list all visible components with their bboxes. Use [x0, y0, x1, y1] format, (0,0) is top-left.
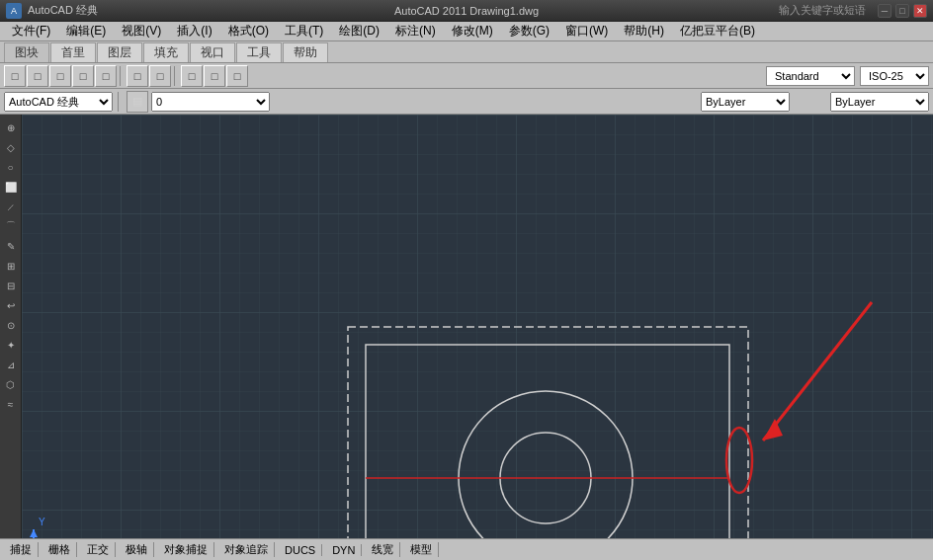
status-item[interactable]: DUCS — [279, 544, 322, 556]
menu-item[interactable]: 文件(F) — [4, 21, 58, 41]
layer-manager-button[interactable]: ▤ — [127, 91, 148, 113]
toolbar-layer: AutoCAD 经典▤0ByLayerByLayer — [0, 89, 933, 115]
toolbar-btn[interactable]: □ — [149, 65, 171, 87]
menu-item[interactable]: 帮助(H) — [616, 21, 672, 41]
toolbar-btn[interactable]: □ — [4, 65, 26, 87]
drawing-elements: Y X A — [22, 115, 933, 538]
close-button[interactable]: ✕ — [913, 4, 927, 18]
maximize-button[interactable]: □ — [895, 4, 909, 18]
svg-marker-4 — [30, 529, 38, 537]
toolbar-btn[interactable]: □ — [49, 65, 71, 87]
menu-item[interactable]: 格式(O) — [220, 21, 277, 41]
workspace-select[interactable]: AutoCAD 经典 — [4, 92, 113, 112]
color-select[interactable]: ByLayer — [701, 92, 790, 112]
title-right: 输入关键字或短语 ─ □ ✕ — [779, 3, 927, 18]
tab-item[interactable]: 填充 — [143, 42, 189, 62]
left-toolbar-btn[interactable]: ○ — [2, 158, 20, 176]
toolbar-tabs-row: 图块首里图层填充视口工具帮助 — [0, 41, 933, 63]
status-item[interactable]: 正交 — [81, 542, 116, 557]
left-toolbar-btn[interactable]: ✎ — [2, 237, 20, 255]
left-toolbar-btn[interactable]: ⌒ — [2, 217, 20, 235]
left-toolbar-btn[interactable]: ↩ — [2, 296, 20, 314]
left-toolbar-btn[interactable]: ⟋ — [2, 198, 20, 215]
left-toolbar-btn[interactable]: ◇ — [2, 138, 20, 156]
tab-item[interactable]: 图块 — [4, 42, 49, 62]
left-toolbar-btn[interactable]: ⬜ — [2, 178, 20, 196]
status-item[interactable]: 线宽 — [366, 542, 400, 557]
status-item[interactable]: 对象追踪 — [218, 542, 275, 557]
toolbar-btn[interactable]: □ — [127, 65, 148, 87]
toolbar-btn[interactable]: □ — [181, 65, 203, 87]
title-left: A AutoCAD 经典 — [6, 3, 98, 19]
left-toolbar-btn[interactable]: ✦ — [2, 336, 20, 354]
canvas-area[interactable]: Y X A — [22, 115, 933, 538]
menu-item[interactable]: 视图(V) — [114, 21, 169, 41]
svg-text:Y: Y — [39, 517, 45, 527]
menu-item[interactable]: 工具(T) — [277, 21, 331, 41]
menu-item[interactable]: 标注(N) — [387, 21, 444, 41]
left-toolbar: ⊕◇○⬜⟋⌒✎⊞⊟↩⊙✦⊿⬡≈ — [0, 115, 22, 538]
ucs-icon: Y X A — [26, 517, 78, 538]
menu-item[interactable]: 插入(I) — [169, 21, 219, 41]
menu-item[interactable]: 修改(M) — [444, 21, 501, 41]
tab-item[interactable]: 首里 — [50, 42, 96, 62]
svg-line-9 — [763, 302, 872, 440]
iso-select[interactable]: ISO-25 — [860, 66, 929, 86]
toolbar-separator — [118, 92, 122, 112]
style-select[interactable]: Standard — [766, 66, 855, 86]
main-area: ⊕◇○⬜⟋⌒✎⊞⊟↩⊙✦⊿⬡≈ — [0, 115, 933, 538]
toolbar-btn[interactable]: □ — [27, 65, 48, 87]
toolbar-separator — [174, 66, 178, 86]
menu-item[interactable]: 绘图(D) — [331, 21, 387, 41]
toolbar-standard: □□□□□□□□□□StandardISO-25 — [0, 63, 933, 89]
linetype-select[interactable]: ByLayer — [830, 92, 929, 112]
menu-item[interactable]: 编辑(E) — [58, 21, 114, 41]
status-item[interactable]: 模型 — [404, 542, 439, 557]
outer-circle — [459, 391, 633, 538]
tab-item[interactable]: 图层 — [97, 42, 142, 62]
status-item[interactable]: DYN — [326, 544, 362, 556]
title-bar: A AutoCAD 经典 AutoCAD 2011 Drawing1.dwg 输… — [0, 0, 933, 22]
app-name: AutoCAD 经典 — [28, 3, 98, 18]
tab-item[interactable]: 帮助 — [283, 42, 328, 62]
arrow-annotation — [763, 302, 872, 440]
layer-select[interactable]: 0 — [151, 92, 270, 112]
left-toolbar-btn[interactable]: ⊟ — [2, 277, 20, 294]
left-toolbar-btn[interactable]: ⬡ — [2, 375, 20, 393]
minimize-button[interactable]: ─ — [878, 4, 891, 18]
toolbar-btn[interactable]: □ — [72, 65, 94, 87]
menu-item[interactable]: 参数(G) — [501, 21, 557, 41]
status-item[interactable]: 极轴 — [120, 542, 154, 557]
inner-rect — [366, 345, 729, 538]
menu-bar: 文件(F)编辑(E)视图(V)插入(I)格式(O)工具(T)绘图(D)标注(N)… — [0, 22, 933, 41]
doc-title: AutoCAD 2011 Drawing1.dwg — [394, 5, 539, 17]
tab-item[interactable]: 工具 — [236, 42, 282, 62]
left-toolbar-btn[interactable]: ⊿ — [2, 356, 20, 373]
menu-item[interactable]: 亿把豆平台(B) — [672, 21, 763, 41]
tab-item[interactable]: 视口 — [190, 42, 235, 62]
status-item[interactable]: 对象捕捉 — [158, 542, 214, 557]
status-item[interactable]: 栅格 — [42, 542, 77, 557]
left-toolbar-btn[interactable]: ≈ — [2, 395, 20, 413]
toolbar-separator — [120, 66, 124, 86]
app-icon: A — [6, 3, 22, 19]
toolbar-btn[interactable]: □ — [204, 65, 225, 87]
svg-marker-10 — [763, 419, 783, 440]
menu-item[interactable]: 窗口(W) — [557, 21, 616, 41]
toolbar-btn[interactable]: □ — [95, 65, 117, 87]
left-toolbar-btn[interactable]: ⊞ — [2, 257, 20, 275]
left-toolbar-btn[interactable]: ⊕ — [2, 119, 20, 136]
status-item[interactable]: 捕捉 — [4, 542, 39, 557]
left-toolbar-btn[interactable]: ⊙ — [2, 316, 20, 334]
search-hint: 输入关键字或短语 — [779, 3, 866, 18]
status-bar: 捕捉栅格正交极轴对象捕捉对象追踪DUCSDYN线宽模型 — [0, 538, 933, 560]
toolbar-btn[interactable]: □ — [226, 65, 248, 87]
